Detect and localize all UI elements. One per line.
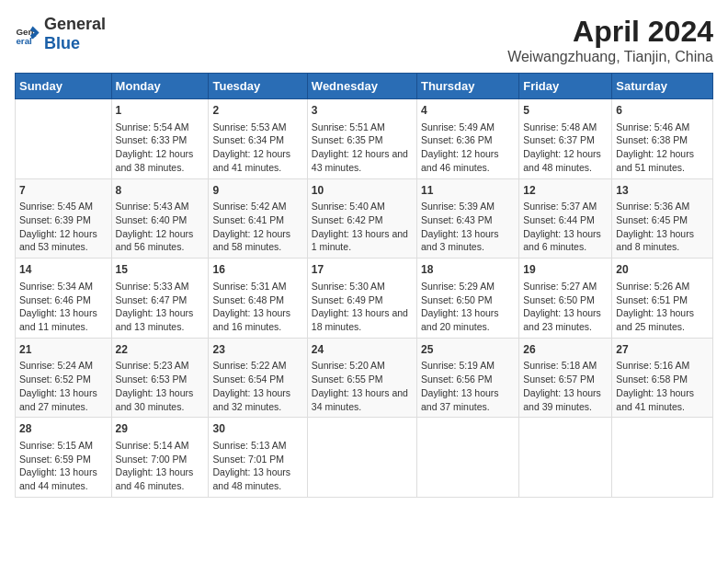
day-number: 4 [421, 103, 515, 119]
day-number: 26 [523, 342, 608, 358]
calendar-day-header: Monday [111, 74, 209, 99]
day-number: 8 [116, 183, 205, 199]
calendar-cell: 16Sunrise: 5:31 AMSunset: 6:48 PMDayligh… [209, 259, 307, 339]
calendar-cell: 26Sunrise: 5:18 AMSunset: 6:57 PMDayligh… [519, 338, 612, 418]
day-number: 11 [421, 183, 515, 199]
calendar-cell: 11Sunrise: 5:39 AMSunset: 6:43 PMDayligh… [416, 178, 518, 259]
calendar-cell: 9Sunrise: 5:42 AMSunset: 6:41 PMDaylight… [209, 178, 307, 259]
title-area: April 2024 Weiwangzhuang, Tianjin, China [507, 15, 713, 65]
day-number: 16 [212, 262, 302, 278]
day-info: Sunrise: 5:24 AMSunset: 6:52 PMDaylight:… [19, 359, 108, 413]
calendar-header-row: SundayMondayTuesdayWednesdayThursdayFrid… [16, 74, 713, 99]
calendar-table: SundayMondayTuesdayWednesdayThursdayFrid… [15, 73, 713, 498]
day-number: 9 [212, 183, 302, 199]
calendar-cell: 22Sunrise: 5:23 AMSunset: 6:53 PMDayligh… [111, 338, 209, 418]
subtitle: Weiwangzhuang, Tianjin, China [507, 49, 713, 65]
day-number: 17 [312, 262, 413, 278]
day-info: Sunrise: 5:48 AMSunset: 6:37 PMDaylight:… [523, 121, 608, 175]
day-number: 24 [312, 342, 413, 358]
calendar-cell: 1Sunrise: 5:54 AMSunset: 6:33 PMDaylight… [111, 99, 209, 179]
day-number: 7 [19, 183, 108, 199]
calendar-day-header: Friday [519, 74, 612, 99]
calendar-cell [416, 418, 518, 498]
day-number: 19 [523, 262, 608, 278]
calendar-cell: 10Sunrise: 5:40 AMSunset: 6:42 PMDayligh… [307, 178, 416, 259]
day-info: Sunrise: 5:14 AMSunset: 7:00 PMDaylight:… [116, 439, 205, 493]
day-number: 28 [19, 421, 108, 437]
calendar-week-row: 28Sunrise: 5:15 AMSunset: 6:59 PMDayligh… [16, 418, 713, 498]
page-header: Gen eral ▶ General Blue April 2024 Weiwa… [15, 15, 713, 65]
calendar-cell: 18Sunrise: 5:29 AMSunset: 6:50 PMDayligh… [416, 259, 518, 339]
calendar-cell: 27Sunrise: 5:16 AMSunset: 6:58 PMDayligh… [612, 338, 713, 418]
calendar-cell: 7Sunrise: 5:45 AMSunset: 6:39 PMDaylight… [16, 178, 112, 259]
logo: Gen eral ▶ General Blue [15, 15, 106, 53]
calendar-cell: 29Sunrise: 5:14 AMSunset: 7:00 PMDayligh… [111, 418, 209, 498]
logo-icon: Gen eral ▶ [15, 21, 40, 47]
day-info: Sunrise: 5:30 AMSunset: 6:49 PMDaylight:… [312, 280, 413, 334]
day-info: Sunrise: 5:19 AMSunset: 6:56 PMDaylight:… [421, 359, 515, 413]
day-info: Sunrise: 5:26 AMSunset: 6:51 PMDaylight:… [616, 280, 709, 334]
day-number: 2 [212, 103, 302, 119]
calendar-cell: 24Sunrise: 5:20 AMSunset: 6:55 PMDayligh… [307, 338, 416, 418]
calendar-cell: 17Sunrise: 5:30 AMSunset: 6:49 PMDayligh… [307, 259, 416, 339]
day-info: Sunrise: 5:34 AMSunset: 6:46 PMDaylight:… [19, 280, 108, 334]
day-number: 18 [421, 262, 515, 278]
day-number: 1 [116, 103, 205, 119]
day-number: 5 [523, 103, 608, 119]
calendar-cell: 23Sunrise: 5:22 AMSunset: 6:54 PMDayligh… [209, 338, 307, 418]
main-title: April 2024 [507, 15, 713, 49]
calendar-cell: 30Sunrise: 5:13 AMSunset: 7:01 PMDayligh… [209, 418, 307, 498]
calendar-cell: 4Sunrise: 5:49 AMSunset: 6:36 PMDaylight… [416, 99, 518, 179]
day-info: Sunrise: 5:37 AMSunset: 6:44 PMDaylight:… [523, 200, 608, 254]
day-info: Sunrise: 5:36 AMSunset: 6:45 PMDaylight:… [616, 200, 709, 254]
day-number: 20 [616, 262, 709, 278]
day-info: Sunrise: 5:15 AMSunset: 6:59 PMDaylight:… [19, 439, 108, 493]
calendar-week-row: 7Sunrise: 5:45 AMSunset: 6:39 PMDaylight… [16, 178, 713, 259]
svg-text:eral: eral [16, 36, 32, 46]
calendar-cell [16, 99, 112, 179]
day-info: Sunrise: 5:33 AMSunset: 6:47 PMDaylight:… [116, 280, 205, 334]
day-number: 30 [212, 421, 302, 437]
day-info: Sunrise: 5:51 AMSunset: 6:35 PMDaylight:… [312, 121, 413, 175]
day-number: 10 [312, 183, 413, 199]
day-number: 15 [116, 262, 205, 278]
calendar-cell: 21Sunrise: 5:24 AMSunset: 6:52 PMDayligh… [16, 338, 112, 418]
day-number: 23 [212, 342, 302, 358]
calendar-cell: 2Sunrise: 5:53 AMSunset: 6:34 PMDaylight… [209, 99, 307, 179]
day-info: Sunrise: 5:53 AMSunset: 6:34 PMDaylight:… [212, 121, 302, 175]
calendar-week-row: 1Sunrise: 5:54 AMSunset: 6:33 PMDaylight… [16, 99, 713, 179]
day-info: Sunrise: 5:18 AMSunset: 6:57 PMDaylight:… [523, 359, 608, 413]
calendar-cell: 5Sunrise: 5:48 AMSunset: 6:37 PMDaylight… [519, 99, 612, 179]
day-info: Sunrise: 5:13 AMSunset: 7:01 PMDaylight:… [212, 439, 302, 493]
calendar-cell: 6Sunrise: 5:46 AMSunset: 6:38 PMDaylight… [612, 99, 713, 179]
day-number: 22 [116, 342, 205, 358]
day-info: Sunrise: 5:31 AMSunset: 6:48 PMDaylight:… [212, 280, 302, 334]
calendar-cell: 19Sunrise: 5:27 AMSunset: 6:50 PMDayligh… [519, 259, 612, 339]
calendar-cell: 3Sunrise: 5:51 AMSunset: 6:35 PMDaylight… [307, 99, 416, 179]
day-info: Sunrise: 5:16 AMSunset: 6:58 PMDaylight:… [616, 359, 709, 413]
calendar-day-header: Sunday [16, 74, 112, 99]
day-number: 13 [616, 183, 709, 199]
day-info: Sunrise: 5:20 AMSunset: 6:55 PMDaylight:… [312, 359, 413, 413]
day-number: 25 [421, 342, 515, 358]
calendar-cell [519, 418, 612, 498]
day-info: Sunrise: 5:22 AMSunset: 6:54 PMDaylight:… [212, 359, 302, 413]
calendar-cell: 12Sunrise: 5:37 AMSunset: 6:44 PMDayligh… [519, 178, 612, 259]
day-info: Sunrise: 5:49 AMSunset: 6:36 PMDaylight:… [421, 121, 515, 175]
calendar-cell: 25Sunrise: 5:19 AMSunset: 6:56 PMDayligh… [416, 338, 518, 418]
day-number: 27 [616, 342, 709, 358]
logo-blue: Blue [44, 34, 80, 52]
day-info: Sunrise: 5:45 AMSunset: 6:39 PMDaylight:… [19, 200, 108, 254]
logo-general: General [44, 15, 106, 33]
day-number: 3 [312, 103, 413, 119]
calendar-day-header: Wednesday [307, 74, 416, 99]
day-number: 14 [19, 262, 108, 278]
day-number: 6 [616, 103, 709, 119]
calendar-cell [612, 418, 713, 498]
day-info: Sunrise: 5:54 AMSunset: 6:33 PMDaylight:… [116, 121, 205, 175]
day-number: 12 [523, 183, 608, 199]
calendar-cell: 13Sunrise: 5:36 AMSunset: 6:45 PMDayligh… [612, 178, 713, 259]
day-info: Sunrise: 5:23 AMSunset: 6:53 PMDaylight:… [116, 359, 205, 413]
day-info: Sunrise: 5:42 AMSunset: 6:41 PMDaylight:… [212, 200, 302, 254]
day-info: Sunrise: 5:40 AMSunset: 6:42 PMDaylight:… [312, 200, 413, 254]
